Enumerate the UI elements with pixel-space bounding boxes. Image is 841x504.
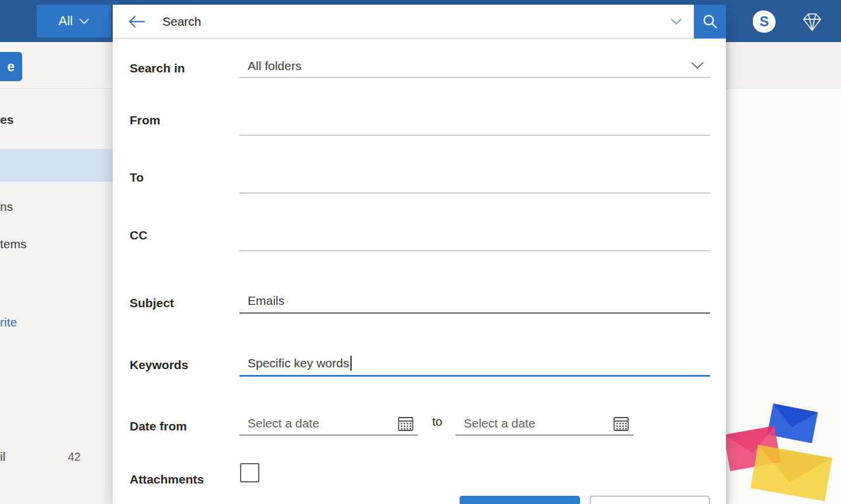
search-in-label: Search in — [130, 61, 185, 75]
keywords-field[interactable]: Specific key words — [239, 351, 710, 377]
attachments-label: Attachments — [130, 472, 204, 486]
attachments-checkbox[interactable] — [240, 463, 259, 482]
chevron-down-icon — [690, 61, 704, 69]
search-in-value: All folders — [248, 59, 301, 73]
to-label: To — [130, 171, 144, 185]
from-field[interactable] — [239, 106, 710, 135]
sidebar-item-selected[interactable] — [0, 149, 113, 182]
sidebar-item[interactable]: ns — [0, 200, 13, 214]
date-to-placeholder: Select a date — [464, 416, 536, 430]
premium-diamond-icon[interactable] — [801, 12, 823, 33]
chevron-down-icon[interactable] — [670, 18, 682, 25]
subject-label: Subject — [130, 296, 174, 310]
date-from-picker[interactable]: Select a date — [239, 412, 418, 436]
subject-field[interactable]: Emails — [239, 289, 710, 314]
yellow-envelope-icon — [750, 445, 832, 501]
date-to-separator-label: to — [432, 415, 443, 429]
text-cursor — [350, 356, 352, 371]
calendar-icon[interactable] — [398, 415, 413, 432]
search-bar: Search — [113, 5, 726, 39]
search-scope-label: All — [58, 13, 72, 29]
advanced-search-panel: Search Search in All folders From To CC … — [113, 5, 726, 504]
date-from-placeholder: Select a date — [248, 416, 319, 430]
to-field[interactable] — [239, 164, 710, 193]
back-arrow-icon[interactable] — [127, 15, 146, 29]
mail-envelopes-logo — [724, 391, 841, 504]
sidebar-item-add-favorite[interactable]: rite — [0, 315, 17, 329]
reading-pane-header — [726, 42, 841, 89]
date-to-picker[interactable]: Select a date — [456, 412, 634, 436]
cc-label: CC — [130, 228, 147, 242]
search-input[interactable]: Search — [113, 5, 694, 39]
search-scope-dropdown[interactable]: All — [37, 5, 111, 37]
search-in-dropdown[interactable]: All folders — [239, 54, 710, 78]
keywords-label: Keywords — [130, 358, 188, 372]
new-message-label-fragment: e — [7, 59, 15, 75]
reading-pane — [726, 42, 841, 504]
skype-icon[interactable]: S — [753, 11, 776, 33]
sidebar-item-favorites[interactable]: es — [0, 113, 13, 127]
search-icon — [702, 13, 718, 30]
chevron-down-icon — [79, 18, 89, 25]
new-message-button[interactable]: e — [0, 52, 22, 81]
unread-count-badge: 42 — [68, 450, 81, 464]
search-submit-icon-button[interactable] — [694, 5, 726, 39]
date-from-label: Date from — [130, 419, 187, 433]
subject-value: Emails — [248, 294, 284, 308]
calendar-icon[interactable] — [613, 415, 629, 432]
keywords-value: Specific key words — [248, 356, 349, 370]
sidebar-item-mail[interactable]: il — [0, 450, 5, 464]
sidebar-item[interactable]: tems — [0, 237, 27, 251]
folder-sidebar: e es ns tems rite il 42 — [0, 42, 113, 504]
sidebar-divider — [0, 88, 113, 89]
search-query-text: Search — [162, 15, 670, 29]
cc-field[interactable] — [239, 222, 710, 251]
search-button[interactable] — [460, 496, 580, 504]
clear-button[interactable] — [590, 496, 710, 504]
from-label: From — [130, 113, 161, 127]
